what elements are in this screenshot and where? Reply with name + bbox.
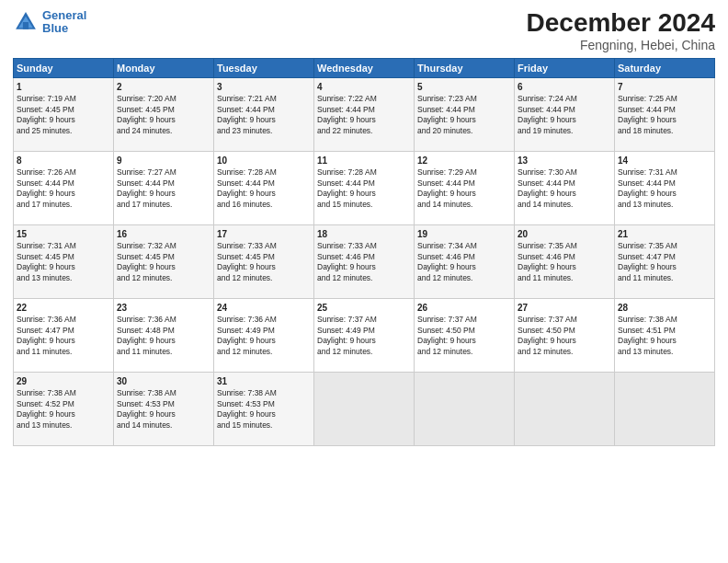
day-number: 10: [217, 155, 311, 167]
day-info: Sunset: 4:49 PM: [317, 326, 411, 336]
day-info: Sunset: 4:44 PM: [317, 105, 411, 115]
day-cell: 22Sunrise: 7:36 AMSunset: 4:47 PMDayligh…: [14, 298, 114, 372]
day-number: 13: [518, 155, 611, 167]
day-info: Daylight: 9 hours: [317, 189, 411, 199]
day-info: and 17 minutes.: [17, 200, 110, 210]
day-number: 9: [117, 155, 210, 167]
day-info: and 12 minutes.: [417, 347, 511, 357]
col-header-friday: Friday: [515, 58, 615, 77]
day-info: Sunrise: 7:28 AM: [217, 167, 311, 178]
day-info: Sunset: 4:53 PM: [117, 399, 210, 409]
col-header-monday: Monday: [114, 58, 214, 77]
day-info: Sunset: 4:45 PM: [117, 105, 210, 115]
day-info: and 12 minutes.: [518, 347, 611, 357]
day-info: and 15 minutes.: [217, 420, 311, 431]
day-cell: 30Sunrise: 7:38 AMSunset: 4:53 PMDayligh…: [114, 372, 214, 445]
day-info: Daylight: 9 hours: [417, 336, 511, 346]
day-info: Sunrise: 7:31 AM: [618, 167, 711, 178]
day-info: Daylight: 9 hours: [618, 189, 711, 199]
day-cell: [415, 372, 515, 445]
day-cell: 5Sunrise: 7:23 AMSunset: 4:44 PMDaylight…: [415, 77, 515, 151]
day-info: Sunset: 4:53 PM: [217, 399, 311, 409]
day-number: 11: [317, 155, 411, 167]
day-info: Daylight: 9 hours: [618, 336, 711, 346]
day-number: 22: [17, 302, 110, 315]
week-row-1: 1Sunrise: 7:19 AMSunset: 4:45 PMDaylight…: [14, 77, 715, 151]
day-number: 18: [317, 228, 411, 241]
day-number: 29: [17, 375, 110, 388]
day-cell: 1Sunrise: 7:19 AMSunset: 4:45 PMDaylight…: [14, 77, 114, 151]
day-info: Sunrise: 7:21 AM: [217, 94, 311, 104]
day-number: 3: [217, 81, 311, 94]
day-info: Daylight: 9 hours: [417, 115, 511, 125]
day-info: Sunrise: 7:35 AM: [618, 241, 711, 251]
day-info: Daylight: 9 hours: [417, 262, 511, 272]
day-cell: 3Sunrise: 7:21 AMSunset: 4:44 PMDaylight…: [214, 77, 314, 151]
day-number: 8: [17, 155, 110, 167]
day-info: Sunset: 4:48 PM: [117, 326, 210, 336]
day-cell: 26Sunrise: 7:37 AMSunset: 4:50 PMDayligh…: [415, 298, 515, 372]
day-info: Daylight: 9 hours: [618, 262, 711, 272]
day-info: Sunrise: 7:37 AM: [518, 315, 611, 325]
day-number: 30: [117, 375, 210, 388]
day-number: 4: [317, 81, 411, 94]
header-row: SundayMondayTuesdayWednesdayThursdayFrid…: [14, 58, 715, 77]
day-info: and 17 minutes.: [117, 200, 210, 210]
day-number: 23: [117, 302, 210, 315]
day-info: and 24 minutes.: [117, 126, 210, 136]
logo-icon: [13, 9, 39, 35]
day-info: Sunset: 4:44 PM: [518, 105, 611, 115]
day-info: Sunrise: 7:22 AM: [317, 94, 411, 104]
day-cell: 20Sunrise: 7:35 AMSunset: 4:46 PMDayligh…: [515, 224, 615, 298]
day-info: Sunrise: 7:37 AM: [417, 315, 511, 325]
calendar-table: SundayMondayTuesdayWednesdayThursdayFrid…: [13, 58, 715, 446]
day-info: Daylight: 9 hours: [518, 262, 611, 272]
day-info: Sunrise: 7:28 AM: [317, 167, 411, 178]
day-info: Daylight: 9 hours: [217, 336, 311, 346]
day-info: Sunrise: 7:38 AM: [17, 388, 110, 398]
day-cell: 29Sunrise: 7:38 AMSunset: 4:52 PMDayligh…: [14, 372, 114, 445]
title-block: December 2024 Fengning, Hebei, China: [527, 9, 715, 52]
day-cell: 6Sunrise: 7:24 AMSunset: 4:44 PMDaylight…: [515, 77, 615, 151]
day-info: Sunset: 4:46 PM: [317, 252, 411, 262]
day-info: Sunrise: 7:24 AM: [518, 94, 611, 104]
day-info: and 20 minutes.: [417, 126, 511, 136]
day-info: Sunset: 4:51 PM: [618, 326, 711, 336]
day-info: Daylight: 9 hours: [417, 189, 511, 199]
day-number: 7: [618, 81, 711, 94]
day-cell: [615, 372, 715, 445]
day-info: and 13 minutes.: [618, 347, 711, 357]
day-cell: 19Sunrise: 7:34 AMSunset: 4:46 PMDayligh…: [415, 224, 515, 298]
col-header-sunday: Sunday: [14, 58, 114, 77]
day-info: Daylight: 9 hours: [518, 336, 611, 346]
day-info: and 18 minutes.: [618, 126, 711, 136]
day-info: Daylight: 9 hours: [518, 189, 611, 199]
day-info: Sunset: 4:45 PM: [217, 252, 311, 262]
day-info: Sunrise: 7:36 AM: [17, 315, 110, 325]
day-info: Sunset: 4:44 PM: [618, 178, 711, 189]
col-header-thursday: Thursday: [415, 58, 515, 77]
day-info: Sunrise: 7:27 AM: [117, 167, 210, 178]
day-info: Sunrise: 7:37 AM: [317, 315, 411, 325]
day-info: Daylight: 9 hours: [618, 115, 711, 125]
day-number: 21: [618, 228, 711, 241]
day-info: and 13 minutes.: [618, 200, 711, 210]
day-info: Sunset: 4:50 PM: [518, 326, 611, 336]
day-cell: 31Sunrise: 7:38 AMSunset: 4:53 PMDayligh…: [214, 372, 314, 445]
day-info: and 19 minutes.: [518, 126, 611, 136]
col-header-saturday: Saturday: [615, 58, 715, 77]
day-info: and 14 minutes.: [117, 420, 210, 431]
week-row-5: 29Sunrise: 7:38 AMSunset: 4:52 PMDayligh…: [14, 372, 715, 445]
day-info: Sunset: 4:47 PM: [17, 326, 110, 336]
day-cell: 8Sunrise: 7:26 AMSunset: 4:44 PMDaylight…: [14, 151, 114, 224]
day-cell: 28Sunrise: 7:38 AMSunset: 4:51 PMDayligh…: [615, 298, 715, 372]
day-info: Sunrise: 7:26 AM: [17, 167, 110, 178]
day-info: Sunrise: 7:23 AM: [417, 94, 511, 104]
day-info: Sunrise: 7:29 AM: [417, 167, 511, 178]
day-cell: 7Sunrise: 7:25 AMSunset: 4:44 PMDaylight…: [615, 77, 715, 151]
day-info: Sunset: 4:44 PM: [317, 178, 411, 189]
header: General Blue December 2024 Fengning, Heb…: [13, 9, 715, 52]
day-info: and 12 minutes.: [317, 347, 411, 357]
day-number: 25: [317, 302, 411, 315]
day-number: 5: [417, 81, 511, 94]
